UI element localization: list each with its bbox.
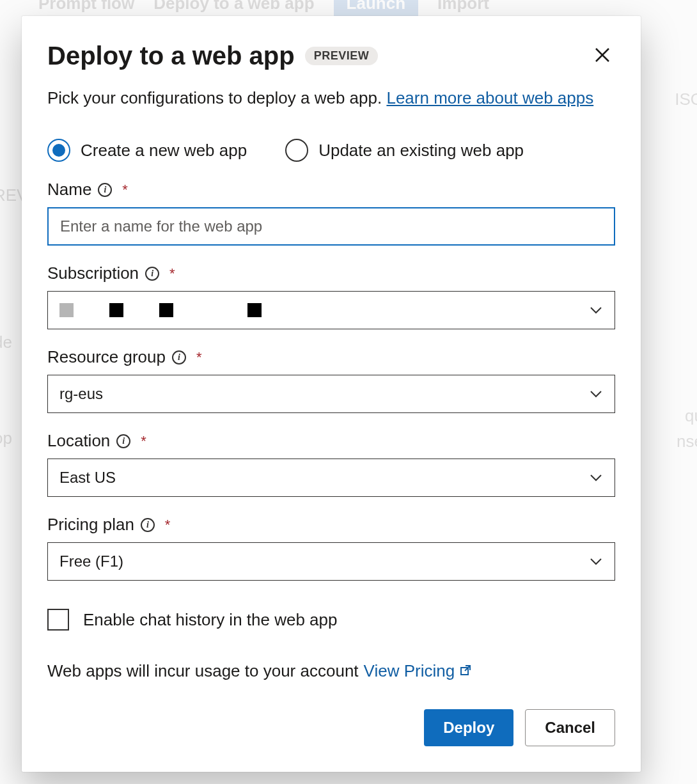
chevron-down-icon <box>589 303 603 317</box>
usage-note: Web apps will incur usage to your accoun… <box>47 661 615 681</box>
location-value: East US <box>59 469 116 487</box>
pricing-plan-select[interactable]: Free (F1) <box>47 542 615 581</box>
dialog-header: Deploy to a web app PREVIEW <box>47 42 615 70</box>
info-icon[interactable]: i <box>98 183 112 197</box>
info-icon[interactable]: i <box>141 518 155 532</box>
radio-create-label: Create a new web app <box>81 141 247 161</box>
close-icon <box>594 47 611 65</box>
radio-update-label: Update an existing web app <box>318 141 524 161</box>
bg-right-fragment: ISO <box>675 90 697 109</box>
subtitle-text: Pick your configurations to deploy a web… <box>47 88 386 107</box>
chevron-down-icon <box>589 387 603 401</box>
field-subscription: Subscription i * <box>47 263 615 329</box>
dialog-title: Deploy to a web app <box>47 42 295 70</box>
bg-left-fragment: op <box>0 428 12 448</box>
location-select[interactable]: East US <box>47 459 615 497</box>
external-link-icon <box>459 664 472 677</box>
checkbox-box-icon <box>47 609 69 631</box>
usage-note-text: Web apps will incur usage to your accoun… <box>47 661 359 681</box>
deploy-webapp-dialog: Deploy to a web app PREVIEW Pick your co… <box>22 16 641 772</box>
cancel-button[interactable]: Cancel <box>525 709 615 746</box>
view-pricing-text: View Pricing <box>364 661 455 680</box>
field-name: Name i * <box>47 180 615 246</box>
close-button[interactable] <box>590 43 615 69</box>
enable-chat-history-checkbox[interactable]: Enable chat history in the web app <box>47 609 615 631</box>
required-asterisk: * <box>165 517 171 533</box>
deploy-button[interactable]: Deploy <box>424 709 513 746</box>
learn-more-link[interactable]: Learn more about web apps <box>386 88 593 107</box>
deploy-mode-radio-group: Create a new web app Update an existing … <box>47 139 615 162</box>
dialog-title-row: Deploy to a web app PREVIEW <box>47 42 378 70</box>
radio-circle-icon <box>285 139 308 162</box>
bg-menu-deploy: Deploy to a web app <box>153 0 314 13</box>
name-input[interactable] <box>47 207 615 246</box>
info-icon[interactable]: i <box>145 267 159 281</box>
required-asterisk: * <box>169 265 175 282</box>
required-asterisk: * <box>196 349 202 366</box>
field-resource-group-label-row: Resource group i * <box>47 347 615 367</box>
resource-group-select[interactable]: rg-eus <box>47 375 615 413</box>
subscription-value-redacted <box>59 303 262 317</box>
chevron-down-icon <box>589 554 603 568</box>
subscription-select[interactable] <box>47 291 615 329</box>
chevron-down-icon <box>589 471 603 485</box>
required-asterisk: * <box>141 433 146 450</box>
required-asterisk: * <box>122 182 128 198</box>
field-resource-group: Resource group i * rg-eus <box>47 347 615 413</box>
field-location: Location i * East US <box>47 431 615 497</box>
pricing-plan-value: Free (F1) <box>59 553 123 570</box>
radio-update-existing[interactable]: Update an existing web app <box>285 139 524 162</box>
location-label: Location <box>47 431 110 451</box>
name-label: Name <box>47 180 91 200</box>
field-location-label-row: Location i * <box>47 431 615 451</box>
info-icon[interactable]: i <box>116 434 130 448</box>
info-icon[interactable]: i <box>172 350 186 365</box>
radio-circle-icon <box>47 139 70 162</box>
bg-menu-prompt-flow: Prompt flow <box>38 0 134 13</box>
field-pricing-plan-label-row: Pricing plan i * <box>47 515 615 535</box>
bg-right-fragment: nse <box>677 432 697 451</box>
view-pricing-link[interactable]: View Pricing <box>364 661 473 681</box>
subscription-label: Subscription <box>47 263 139 283</box>
radio-create-new[interactable]: Create a new web app <box>47 139 247 162</box>
field-name-label-row: Name i * <box>47 180 615 200</box>
preview-badge: PREVIEW <box>305 47 379 65</box>
dialog-subtitle: Pick your configurations to deploy a web… <box>47 88 615 108</box>
bg-right-fragment: qu <box>685 406 697 426</box>
dialog-button-row: Deploy Cancel <box>47 709 615 746</box>
field-subscription-label-row: Subscription i * <box>47 263 615 283</box>
bg-left-fragment: de <box>0 333 12 352</box>
resource-group-value: rg-eus <box>59 385 103 403</box>
pricing-plan-label: Pricing plan <box>47 515 134 535</box>
resource-group-label: Resource group <box>47 347 166 367</box>
bg-menu-import: Import <box>437 0 489 13</box>
enable-chat-history-label: Enable chat history in the web app <box>83 610 337 630</box>
field-pricing-plan: Pricing plan i * Free (F1) <box>47 515 615 581</box>
bg-menu-launch: Launch <box>334 0 418 17</box>
